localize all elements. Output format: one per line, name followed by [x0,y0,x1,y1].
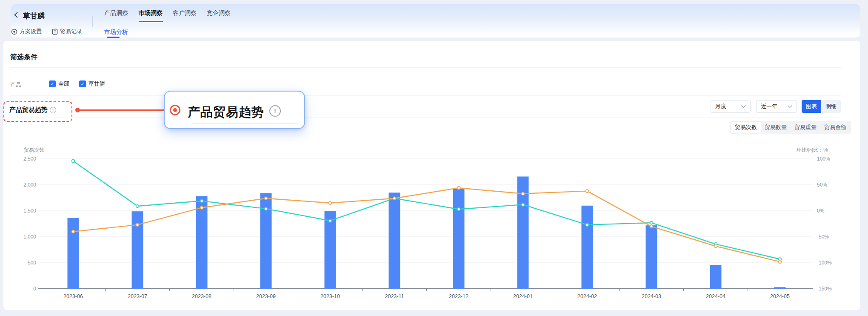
line-teal-point-2023-08[interactable] [200,199,203,202]
chevron-down-icon [741,105,746,108]
line-orange-point-2023-12[interactable] [457,187,460,190]
active-tab-indicator [139,21,163,22]
annotation-highlight-box [3,101,72,122]
checkbox-glyphosate[interactable]: ✓ 草甘膦 [79,80,105,88]
left-axis-title: 贸易次数 [24,147,44,154]
line-orange-point-2023-08[interactable] [200,206,203,209]
subtab-market-analysis[interactable]: 市场分析 [104,29,128,36]
annotation-connector-line [77,109,170,111]
line-teal-point-2024-02[interactable] [586,224,589,227]
period-select[interactable]: 月度 [711,100,751,113]
filter-section-title: 筛选条件 [10,53,37,62]
bar-2024-03[interactable] [646,225,657,289]
line-orange-point-2023-07[interactable] [136,224,139,227]
bar-2023-06[interactable] [68,218,79,289]
period-select-value: 月度 [715,103,726,110]
line-orange-point-2024-05[interactable] [779,260,782,263]
plan-settings-label: 方案设置 [20,28,42,35]
line-orange-point-2023-10[interactable] [329,201,332,204]
trade-records-button[interactable]: 贸易记录 [52,28,82,35]
page-title: 草甘膦 [23,11,45,21]
page: 草甘膦 方案设置 贸易记录 产品洞察 市场洞察 客户洞察 竞企洞察 市场分析 筛… [0,0,868,316]
divider [10,67,841,68]
annotation-popup-title: 产品贸易趋势 [188,104,264,121]
line-teal-point-2023-06[interactable] [72,160,75,163]
bar-2023-12[interactable] [453,189,465,289]
metric-tab-trade-amount[interactable]: 贸易金额 [820,122,850,133]
bar-2024-04[interactable] [710,265,722,289]
line-teal-point-2023-12[interactable] [457,208,460,211]
line-teal-point-2024-01[interactable] [522,203,525,206]
metric-tab-trade-count[interactable]: 贸易次数 [731,122,761,133]
view-toggle: 图表 明细 [802,100,841,113]
bar-2024-02[interactable] [582,206,593,289]
checkbox-glyphosate-label: 草甘膦 [89,80,105,88]
metric-tab-trade-quantity[interactable]: 贸易数量 [761,122,791,133]
annotation-popup-fragment [192,123,298,124]
line-teal-point-2024-03[interactable] [650,221,653,224]
line-orange-point-2023-11[interactable] [393,197,396,200]
bar-2024-05[interactable] [774,287,786,289]
header-divider [92,16,93,27]
tabs-underline [104,22,853,22]
active-subtab-indicator [107,37,120,38]
line-orange-point-2024-04[interactable] [714,245,717,248]
line-orange-point-2024-02[interactable] [586,190,589,192]
trade-records-label: 贸易记录 [60,28,82,35]
range-select-value: 近一年 [761,103,777,110]
annotation-target-icon [169,104,181,116]
back-icon[interactable] [13,11,20,18]
line-orange-point-2024-01[interactable] [522,192,525,195]
bar-2023-07[interactable] [132,211,143,289]
bar-2023-11[interactable] [389,192,400,289]
document-icon [52,29,58,35]
chevron-down-icon [788,105,792,108]
product-filter-label: 产品 [10,81,21,89]
checkbox-all[interactable]: ✓ 全部 [49,80,69,88]
tab-market-insight[interactable]: 市场洞察 [139,9,163,17]
metric-tabs: 贸易次数 贸易数量 贸易重量 贸易金额 [730,121,851,134]
tab-competitor-insight[interactable]: 竞企洞察 [207,9,231,17]
view-chart-button[interactable]: 图表 [802,100,821,113]
checkbox-checked-icon: ✓ [79,80,86,87]
line-orange-point-2023-06[interactable] [72,230,75,233]
divider [10,118,841,118]
checkbox-checked-icon: ✓ [49,80,56,87]
plan-settings-button[interactable]: 方案设置 [11,28,42,35]
line-orange-point-2023-09[interactable] [265,197,268,200]
line-teal-point-2023-10[interactable] [329,219,332,222]
tab-customer-insight[interactable]: 客户洞察 [173,9,197,17]
view-detail-button[interactable]: 明细 [821,100,841,113]
checkbox-all-label: 全部 [58,80,69,88]
annotation-dot [75,108,80,112]
target-icon [11,29,17,35]
range-select[interactable]: 近一年 [756,100,797,113]
info-icon-large: ! [269,105,281,117]
metric-tab-trade-weight[interactable]: 贸易重量 [791,122,820,133]
bar-2023-08[interactable] [196,196,208,289]
line-orange-point-2024-03[interactable] [650,225,653,228]
tab-product-insight[interactable]: 产品洞察 [104,9,128,17]
right-axis-title: 环比/同比：% [797,147,828,154]
line-teal-point-2023-07[interactable] [136,205,139,208]
divider [10,95,841,96]
line-teal-point-2023-09[interactable] [265,207,268,210]
